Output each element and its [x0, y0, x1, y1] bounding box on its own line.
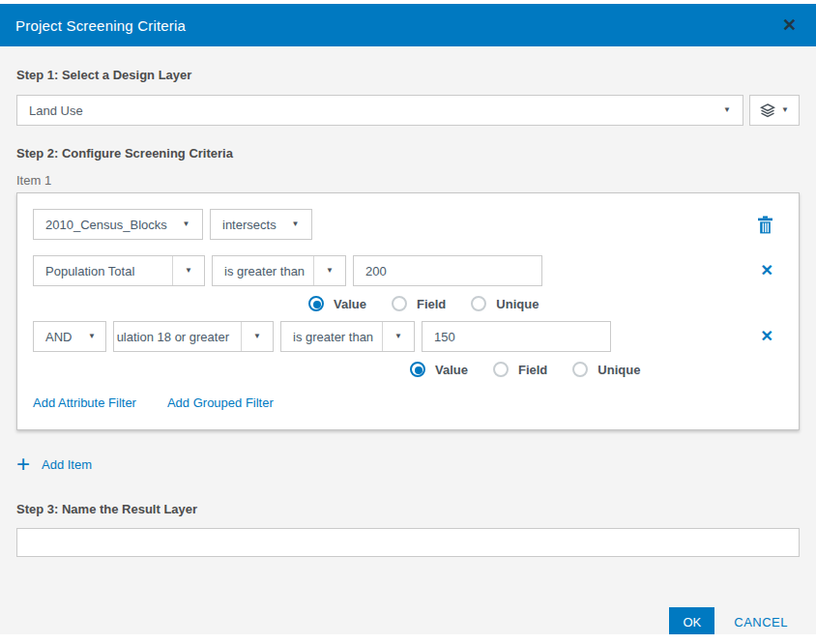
filter2-value-input[interactable] [422, 321, 611, 352]
design-layer-value: Land Use [29, 103, 83, 118]
attribute-filter-row: AND ▼ ulation 18 or greater ▼ is greater… [33, 321, 783, 352]
radio-unique[interactable]: Unique [471, 296, 539, 311]
radio-unselected-icon [493, 362, 509, 377]
step1-label: Step 1: Select a Design Layer [16, 68, 800, 82]
filter2-conjunction-select[interactable]: AND ▼ [33, 321, 106, 352]
project-screening-criteria-dialog: Project Screening Criteria ✕ Step 1: Sel… [0, 0, 816, 644]
item-layer-value: 2010_Census_Blocks [34, 210, 170, 239]
radio-field-label: Field [518, 363, 547, 377]
spatial-operator-value: intersects [211, 210, 279, 239]
radio-selected-icon [410, 362, 425, 377]
chevron-down-icon: ▼ [781, 106, 789, 114]
radio-value[interactable]: Value [410, 362, 468, 377]
chevron-down-icon: ▼ [313, 256, 345, 285]
layer-options-button[interactable]: ▼ [749, 95, 800, 126]
radio-unique-label: Unique [597, 363, 640, 377]
item-layer-select[interactable]: 2010_Census_Blocks ▼ [33, 209, 203, 240]
chevron-down-icon: ▼ [241, 322, 273, 351]
radio-field[interactable]: Field [392, 296, 446, 311]
layer-operator-row: 2010_Census_Blocks ▼ intersects ▼ [33, 209, 783, 240]
spatial-operator-select[interactable]: intersects ▼ [210, 209, 312, 240]
attribute-filter-row: Population Total ▼ is greater than ▼ ✕ [33, 255, 783, 286]
result-layer-name-input[interactable] [16, 528, 800, 557]
design-layer-select[interactable]: Land Use ▼ [16, 95, 743, 126]
filter1-value-type-group: Value Field Unique [308, 296, 783, 311]
layers-icon [760, 103, 775, 118]
step1-layer-row: Land Use ▼ ▼ [16, 95, 800, 126]
radio-selected-icon [308, 296, 324, 311]
filter2-operator-select[interactable]: is greater than ▼ [280, 321, 415, 352]
filter2-conjunction-value: AND [34, 322, 78, 351]
remove-filter-icon[interactable]: ✕ [761, 263, 773, 278]
add-grouped-filter-link[interactable]: Add Grouped Filter [167, 395, 274, 410]
chevron-down-icon: ▼ [172, 256, 204, 285]
filter1-operator-select[interactable]: is greater than ▼ [212, 255, 346, 286]
item-label: Item 1 [16, 173, 800, 188]
radio-unselected-icon [572, 362, 588, 377]
filter2-field-value: ulation 18 or greater [114, 322, 241, 351]
chevron-down-icon: ▼ [170, 210, 202, 239]
radio-unselected-icon [471, 296, 486, 311]
filter1-operator-value: is greater than [213, 256, 313, 285]
plus-icon: + [16, 455, 30, 473]
screening-item-box: 2010_Census_Blocks ▼ intersects ▼ [16, 192, 800, 430]
filter1-value-input[interactable] [353, 255, 542, 286]
add-attribute-filter-link[interactable]: Add Attribute Filter [33, 395, 136, 410]
filter2-value-type-group: Value Field Unique [410, 362, 783, 377]
close-icon[interactable]: ✕ [778, 15, 801, 36]
dialog-title: Project Screening Criteria [15, 17, 186, 34]
radio-unique[interactable]: Unique [572, 362, 640, 377]
dialog-body: Step 1: Select a Design Layer Land Use ▼… [0, 68, 816, 637]
chevron-down-icon: ▼ [382, 322, 414, 351]
dialog-footer: OK CANCEL [16, 607, 800, 637]
filter1-field-select[interactable]: Population Total ▼ [33, 255, 205, 286]
add-item-link[interactable]: Add Item [42, 457, 92, 472]
ok-button[interactable]: OK [669, 607, 714, 637]
cancel-button[interactable]: CANCEL [734, 615, 788, 629]
radio-unselected-icon [392, 296, 407, 311]
radio-value-label: Value [334, 297, 366, 311]
radio-value[interactable]: Value [308, 296, 366, 311]
chevron-down-icon: ▼ [78, 322, 105, 351]
filter-links-row: Add Attribute Filter Add Grouped Filter [33, 395, 783, 410]
radio-field-label: Field [417, 297, 446, 311]
radio-unique-label: Unique [496, 297, 539, 311]
chevron-down-icon: ▼ [723, 106, 731, 114]
dialog-header: Project Screening Criteria ✕ [0, 4, 816, 46]
remove-filter-icon[interactable]: ✕ [761, 329, 773, 344]
step3-label: Step 3: Name the Result Layer [16, 502, 800, 516]
filter1-field-value: Population Total [34, 256, 172, 285]
add-item-row[interactable]: + Add Item [16, 455, 800, 473]
filter2-operator-value: is greater than [281, 322, 382, 351]
trash-icon[interactable] [757, 216, 773, 234]
chevron-down-icon: ▼ [279, 210, 311, 239]
radio-value-label: Value [435, 363, 468, 377]
step2-label: Step 2: Configure Screening Criteria [16, 146, 800, 161]
radio-field[interactable]: Field [493, 362, 547, 377]
filter2-field-select[interactable]: ulation 18 or greater ▼ [113, 321, 274, 352]
